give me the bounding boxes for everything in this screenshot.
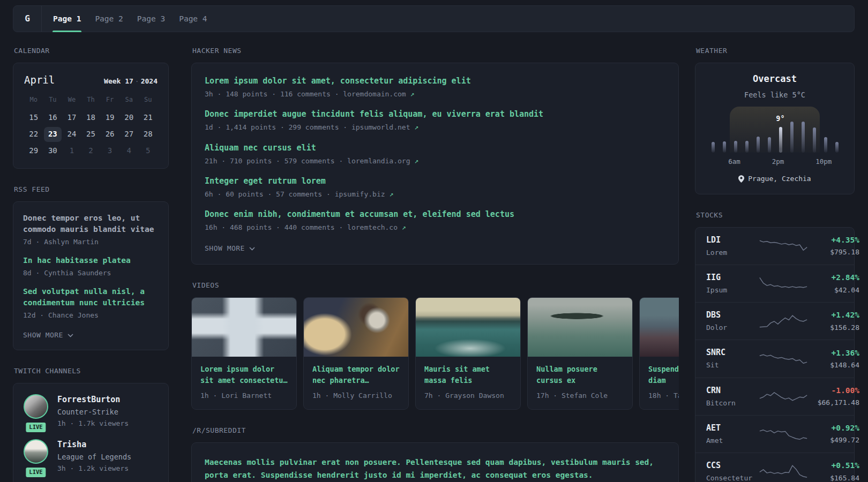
- rss-item-title[interactable]: Sed volutpat nulla nisl, a condimentum n…: [23, 286, 159, 308]
- calendar-day-cell: 20: [119, 110, 139, 126]
- weather-tick-label: [707, 157, 718, 167]
- chevron-down-icon: [68, 334, 73, 337]
- subreddit-section: /R/SUBREDDIT Maecenas mollis pulvinar er…: [191, 426, 679, 482]
- hackernews-section: HACKER NEWS Lorem ipsum dolor sit amet, …: [191, 46, 679, 265]
- stock-change: +0.51%: [808, 460, 859, 471]
- stock-price: $795.18: [808, 247, 859, 257]
- video-title[interactable]: Aliquam tempor dolor nec pharetra…: [312, 364, 400, 386]
- video-card-body: Mauris sit amet massa felis7h · Grayson …: [416, 357, 520, 409]
- twitch-channel-list: LIVEForrestBurtonCounter-Strike1h · 1.7k…: [23, 394, 159, 482]
- hackernews-item: Aliquam nec cursus elit21h · 710 points …: [205, 142, 665, 166]
- twitch-channel-row[interactable]: LIVEForrestBurtonCounter-Strike1h · 1.7k…: [23, 394, 159, 428]
- calendar-dow-label: Su: [138, 95, 158, 110]
- stock-change: +0.92%: [808, 423, 859, 433]
- calendar-section-label: CALENDAR: [14, 46, 169, 56]
- hackernews-item-title[interactable]: Lorem ipsum dolor sit amet, consectetur …: [205, 75, 665, 87]
- video-card[interactable]: Aliquam tempor dolor nec pharetra…1h · M…: [303, 297, 409, 410]
- subreddit-card: Maecenas mollis pulvinar erat non posuer…: [191, 442, 679, 482]
- weather-chart-ticks: 6am2pm10pm: [707, 157, 842, 167]
- video-title[interactable]: Nullam posuere cursus ex: [536, 364, 624, 386]
- hackernews-item-title[interactable]: Integer eget rutrum lorem: [205, 175, 665, 187]
- twitch-channel-game: Counter-Strike: [57, 407, 129, 417]
- weather-chart-cell: [764, 107, 775, 153]
- hackernews-item-meta: 3h · 148 points · 116 comments · loremdo…: [205, 89, 665, 99]
- video-card[interactable]: Mauris sit amet massa felis7h · Grayson …: [415, 297, 521, 410]
- stock-name: Lorem: [706, 248, 759, 258]
- tab-page-1[interactable]: Page 1: [46, 6, 88, 32]
- rss-item-title[interactable]: Donec tempor eros leo, ut commodo mauris…: [23, 213, 159, 235]
- stock-price: $499.72: [808, 435, 859, 445]
- rss-item-title[interactable]: In hac habitasse platea: [23, 255, 159, 266]
- hackernews-item-title[interactable]: Donec imperdiet augue tincidunt felis al…: [205, 108, 665, 120]
- hackernews-item-title[interactable]: Aliquam nec cursus elit: [205, 142, 665, 154]
- rss-section-label: RSS FEED: [14, 185, 169, 194]
- video-card[interactable]: Lorem ipsum dolor sit amet consectetu…1h…: [191, 297, 297, 410]
- tab-page-4[interactable]: Page 4: [172, 6, 214, 32]
- stock-symbol: CCS: [706, 460, 759, 471]
- weather-bar: [779, 127, 782, 153]
- stocks-card: LDILorem+4.35%$795.18IIGIpsum+2.84%$42.0…: [695, 227, 855, 482]
- subreddit-posts: Maecenas mollis pulvinar erat non posuer…: [205, 456, 665, 482]
- hackernews-show-more-button[interactable]: SHOW MORE: [205, 244, 255, 253]
- video-title[interactable]: Lorem ipsum dolor sit amet consectetu…: [200, 364, 288, 386]
- calendar-day-number: 17: [67, 112, 76, 123]
- twitch-channel-info: ForrestBurtonCounter-Strike1h · 1.7k vie…: [57, 394, 129, 428]
- weather-tick-label: 10pm: [815, 157, 832, 167]
- calendar-day-cell: 15: [24, 110, 43, 126]
- stock-row-left: IIGIpsum: [706, 272, 759, 295]
- stock-name: Ipsum: [706, 285, 759, 295]
- video-card[interactable]: Nullam posuere cursus ex17h · Stefan Col…: [527, 297, 633, 410]
- tab-page-3[interactable]: Page 3: [130, 6, 172, 32]
- calendar-day-cell: 28: [138, 126, 158, 143]
- external-link-icon: ↗: [410, 90, 415, 98]
- weather-tick-label: 2pm: [772, 157, 784, 167]
- video-card-body: Aliquam tempor dolor nec pharetra…1h · M…: [304, 357, 408, 409]
- stock-row-right: -1.00%$66,171.48: [808, 385, 859, 408]
- app-logo: G: [13, 6, 41, 32]
- video-card[interactable]: Suspendisse justo diam18h · Tara: [639, 297, 679, 410]
- calendar-day-number: 18: [86, 112, 95, 123]
- hackernews-section-label: HACKER NEWS: [192, 46, 679, 56]
- video-title[interactable]: Suspendisse justo diam: [648, 364, 679, 386]
- calendar-day-number: 21: [144, 112, 153, 123]
- weather-section-label: WEATHER: [696, 46, 855, 56]
- stock-name: Consectetur: [706, 473, 759, 482]
- stock-row: AETAmet+0.92%$499.72: [695, 415, 854, 453]
- twitch-avatar-wrap: LIVE: [23, 439, 49, 473]
- hackernews-item: Integer eget rutrum lorem6h · 60 points …: [205, 175, 665, 199]
- hackernews-card: Lorem ipsum dolor sit amet, consectetur …: [191, 63, 679, 264]
- stock-symbol: CRN: [706, 385, 759, 396]
- calendar-day-number: 29: [29, 146, 38, 156]
- video-thumbnail: [528, 298, 632, 357]
- weather-bar: [835, 142, 839, 153]
- rss-item-meta: 12d · Chance Jones: [23, 311, 159, 320]
- calendar-week: Week 17: [104, 77, 133, 85]
- video-meta: 7h · Grayson Dawson: [424, 391, 512, 401]
- weather-tick-label: 6am: [728, 157, 740, 167]
- stock-price: $42.04: [808, 285, 859, 295]
- tab-page-2[interactable]: Page 2: [88, 6, 130, 32]
- rss-show-more-button[interactable]: SHOW MORE: [23, 330, 73, 340]
- weather-section: WEATHER Overcast Feels like 5°C 9° 6am2p…: [695, 46, 855, 194]
- hackernews-item: Lorem ipsum dolor sit amet, consectetur …: [205, 75, 665, 99]
- twitch-section-label: TWITCH CHANNELS: [14, 366, 169, 376]
- weather-chart-cell: [797, 107, 809, 153]
- stock-change: +4.35%: [808, 235, 859, 245]
- hackernews-item-title[interactable]: Donec enim nibh, condimentum et accumsan…: [205, 208, 665, 220]
- calendar-dow-label: Sa: [119, 95, 139, 110]
- twitch-channel-row[interactable]: LIVETrishaLeague of Legends3h · 1.2k vie…: [23, 439, 159, 473]
- stock-change: +1.42%: [808, 310, 859, 320]
- weather-temp-label: 9°: [776, 114, 784, 124]
- rss-item: Donec tempor eros leo, ut commodo mauris…: [23, 213, 159, 247]
- hackernews-item-meta: 16h · 468 points · 440 comments · loremt…: [205, 223, 665, 232]
- stock-sparkline: [759, 387, 808, 406]
- stock-sparkline: [759, 424, 808, 443]
- video-thumbnail: [304, 298, 408, 357]
- twitch-channel-name: ForrestBurton: [57, 394, 129, 405]
- subreddit-post-title[interactable]: Maecenas mollis pulvinar erat non posuer…: [205, 456, 665, 481]
- rss-items: Donec tempor eros leo, ut commodo mauris…: [23, 213, 159, 321]
- video-title[interactable]: Mauris sit amet massa felis: [424, 364, 512, 386]
- stock-change: -1.00%: [808, 385, 859, 396]
- stock-price: $156.28: [808, 323, 859, 333]
- stock-price: $66,171.48: [808, 398, 859, 408]
